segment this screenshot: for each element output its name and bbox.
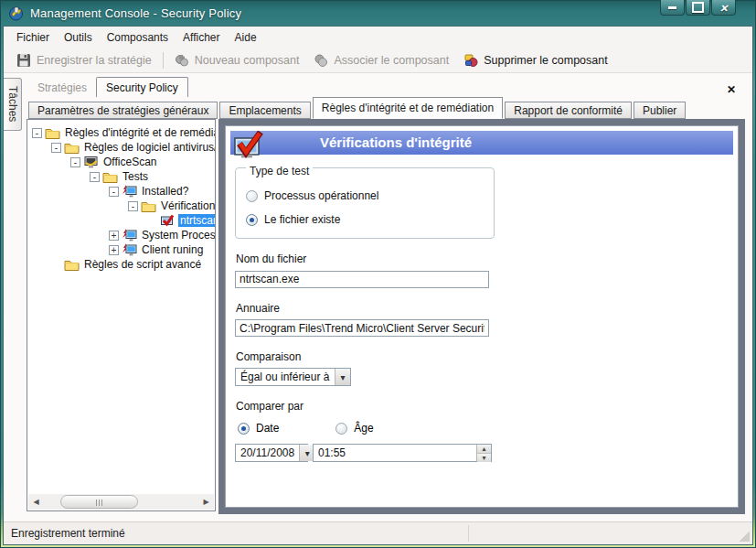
tree-horizontal-scrollbar[interactable]: ◀ ▶ xyxy=(28,494,214,510)
spin-up-icon[interactable] xyxy=(477,445,491,453)
radio-icon[interactable] xyxy=(335,423,347,435)
tree-node-tests[interactable]: - Tests xyxy=(27,169,215,184)
monitor-check-icon xyxy=(160,214,176,228)
radio-icon[interactable] xyxy=(246,190,258,202)
scroll-right-icon[interactable]: ▶ xyxy=(198,494,214,510)
tab-rapport-conformite[interactable]: Rapport de conformité xyxy=(505,102,632,119)
associate-component-button[interactable]: Associer le composant xyxy=(306,50,456,70)
menu-composants[interactable]: Composants xyxy=(100,28,176,47)
tree-node-label: OfficeScan xyxy=(101,156,158,168)
time-spinner[interactable]: 01:55 xyxy=(313,444,492,462)
tab-security-policy[interactable]: Security Policy xyxy=(96,77,188,97)
menu-aide[interactable]: Aide xyxy=(228,28,264,47)
save-policy-button[interactable]: Enregistrer la stratégie xyxy=(9,50,159,70)
tree-node-verifications[interactable]: - Vérifications xyxy=(27,199,215,213)
tree-node-label: Client runing xyxy=(140,243,205,256)
datetime-row: 20/11/2008 01:55 xyxy=(235,444,738,462)
tree-node-ntrtscan[interactable]: ntrtscan. xyxy=(27,213,215,228)
status-separator xyxy=(468,525,469,542)
compare-by-options: Date Âge xyxy=(238,422,738,435)
tree-node-label: Vérifications xyxy=(159,199,216,212)
panel-title: Vérifications d'intégrité xyxy=(230,134,472,150)
tree-node-system-proces[interactable]: + System Proces xyxy=(27,228,215,242)
associate-component-icon xyxy=(314,53,328,68)
menu-fichier[interactable]: Fichier xyxy=(9,28,57,47)
file-name-input[interactable] xyxy=(235,271,489,288)
spinner-buttons xyxy=(476,445,491,461)
tab-regles-integrite[interactable]: Règles d'intégrité et de remédiation xyxy=(313,97,503,119)
minimize-icon xyxy=(668,6,676,9)
sidebar-tab-taches-label: Tâches xyxy=(6,86,19,122)
tree-node-regles-script[interactable]: Règles de script avancé xyxy=(27,257,215,272)
menubar: Fichier Outils Composants Afficher Aide xyxy=(4,27,752,48)
rules-tree-panel: - Règles d'intégrité et de remédia - Règ… xyxy=(27,119,216,511)
titlebar: Management Console - Security Policy xyxy=(0,0,756,26)
menu-afficher[interactable]: Afficher xyxy=(176,28,227,47)
directory-input[interactable] xyxy=(235,319,489,337)
toolbar: Enregistrer la stratégie Nouveau composa… xyxy=(4,48,752,73)
tree-node-regles-integrite[interactable]: - Règles d'intégrité et de remédia xyxy=(27,125,215,140)
folder-icon xyxy=(64,258,80,272)
tab-strategies[interactable]: Stratégies xyxy=(28,78,96,97)
minimize-button[interactable] xyxy=(660,0,685,16)
tree-toggle-icon[interactable]: + xyxy=(109,245,119,255)
radio-label: Processus opérationnel xyxy=(264,189,378,202)
radio-option-age[interactable]: Âge xyxy=(335,422,373,435)
close-button[interactable] xyxy=(711,0,736,16)
scroll-left-icon[interactable]: ◀ xyxy=(28,494,44,510)
tree-node-regles-antivirus[interactable]: - Règles de logiciel antivirus/ xyxy=(27,140,215,155)
maximize-icon xyxy=(692,2,704,13)
delete-component-button[interactable]: Supprimer le composant xyxy=(456,50,614,70)
tree-node-label: Installed? xyxy=(140,185,190,198)
menu-outils[interactable]: Outils xyxy=(57,28,100,47)
folder-icon xyxy=(64,141,80,155)
maximize-button[interactable] xyxy=(686,0,710,16)
radio-icon[interactable] xyxy=(238,423,250,435)
radio-label: Le fichier existe xyxy=(264,213,340,226)
app-icon xyxy=(8,5,24,21)
radio-option-date[interactable]: Date xyxy=(238,422,279,435)
tree-toggle-icon[interactable]: + xyxy=(109,231,119,241)
monitor-flag-icon xyxy=(122,185,137,199)
tree-toggle-icon[interactable]: - xyxy=(32,128,42,138)
tree-toggle-icon[interactable]: - xyxy=(51,143,61,153)
resize-grip[interactable] xyxy=(739,531,750,542)
rule-form: Type de test Processus opérationnel Le f… xyxy=(226,155,738,462)
save-policy-label: Enregistrer la stratégie xyxy=(37,54,152,67)
tree-toggle-icon[interactable]: - xyxy=(90,172,100,182)
scrollbar-thumb[interactable] xyxy=(60,495,138,509)
spin-down-icon[interactable] xyxy=(477,453,491,462)
associate-component-label: Associer le composant xyxy=(334,54,449,67)
tree-node-label: Tests xyxy=(121,170,150,183)
new-component-button[interactable]: Nouveau composant xyxy=(167,50,307,70)
radio-option-processus[interactable]: Processus opérationnel xyxy=(246,189,485,202)
comparison-select[interactable]: Égal ou inférieur à xyxy=(235,368,351,386)
radio-option-fichier-existe[interactable]: Le fichier existe xyxy=(246,213,485,226)
tab-area-close-button[interactable] xyxy=(727,81,740,93)
tree-toggle-icon[interactable]: - xyxy=(109,187,119,197)
monitor-flag-icon xyxy=(122,229,137,242)
scrollbar-track[interactable] xyxy=(44,494,198,510)
tree-node-officescan[interactable]: - OfficeScan xyxy=(27,155,215,169)
tab-emplacements[interactable]: Emplacements xyxy=(219,102,310,119)
scan-monitor-icon xyxy=(83,156,99,169)
workspace: Tâches Stratégies Security Policy Paramè… xyxy=(4,73,752,522)
primary-tab-strip: Stratégies Security Policy xyxy=(28,77,188,97)
tree-node-installed[interactable]: - Installed? xyxy=(27,184,215,199)
new-component-label: Nouveau composant xyxy=(195,54,300,67)
radio-label: Âge xyxy=(354,422,373,435)
radio-icon[interactable] xyxy=(246,214,258,226)
tab-parametres-generaux[interactable]: Paramètres de stratégies généraux xyxy=(28,102,218,119)
date-picker[interactable]: 20/11/2008 xyxy=(235,444,308,462)
tree-node-client-runing[interactable]: + Client runing xyxy=(27,242,215,257)
chevron-down-icon[interactable] xyxy=(335,369,350,385)
tree-toggle-icon[interactable]: - xyxy=(128,201,138,211)
integrity-check-icon xyxy=(233,131,264,160)
folder-icon xyxy=(102,170,118,184)
status-message: Enregistrement terminé xyxy=(4,527,125,540)
directory-label: Annuaire xyxy=(236,302,738,315)
time-value: 01:55 xyxy=(314,445,476,461)
sidebar-tab-taches[interactable]: Tâches xyxy=(4,78,22,131)
tree-toggle-icon[interactable]: - xyxy=(70,157,80,167)
tab-publier[interactable]: Publier xyxy=(634,102,686,119)
